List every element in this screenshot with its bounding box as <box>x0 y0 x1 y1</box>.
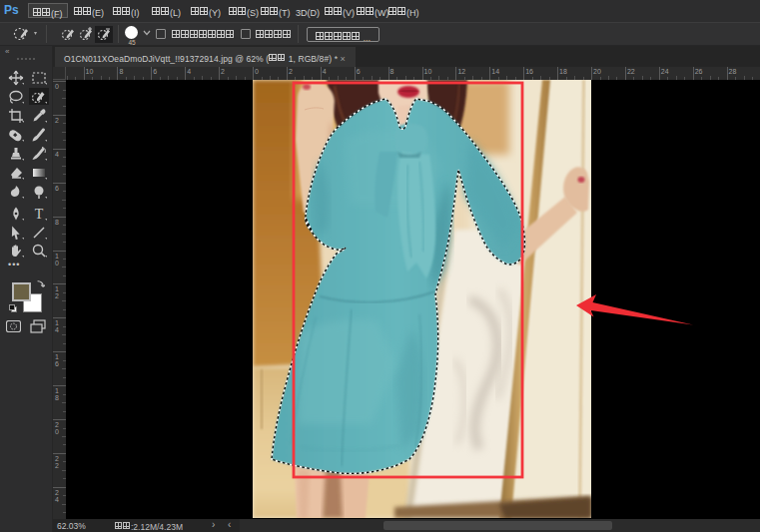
svg-text:T: T <box>35 207 44 222</box>
